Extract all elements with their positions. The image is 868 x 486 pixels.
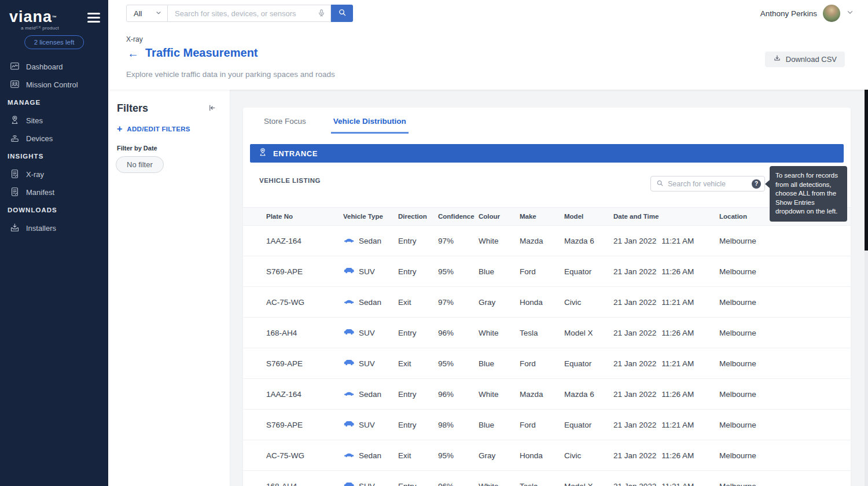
vehicle-search-box: ?: [650, 176, 765, 192]
date-text: 21 Jan 2022: [613, 421, 656, 429]
table-row[interactable]: 168-AH4 SUV Entry 96% White Tesla Model …: [243, 471, 851, 486]
microphone-icon[interactable]: [317, 9, 326, 20]
global-search-input[interactable]: [168, 5, 331, 22]
header-area: All Anthony Perkins X-ray ← Traffic Meas…: [108, 0, 868, 90]
plate-cell: AC-75-WG: [266, 451, 343, 460]
table-row[interactable]: S769-APE SUV Exit 95% Blue Ford Equator …: [243, 348, 851, 379]
sidebar-item-label: Dashboard: [26, 62, 63, 71]
make-cell: Tesla: [520, 482, 564, 486]
vehicle-type-label: Sedan: [359, 298, 381, 307]
table-row[interactable]: 168-AH4 SUV Entry 96% White Tesla Model …: [243, 318, 851, 348]
tooltip-text: To search for records from all detection…: [775, 172, 838, 215]
scrollbar-thumb[interactable]: [865, 90, 868, 251]
confidence-cell: 95%: [438, 267, 479, 276]
datetime-cell: 21 Jan 202211:21 AM: [613, 298, 719, 307]
search-scope-select[interactable]: All: [126, 5, 168, 22]
vehicle-type-label: SUV: [359, 421, 375, 429]
tab-store-focus[interactable]: Store Focus: [262, 117, 308, 134]
page-title: Traffic Measurement: [145, 46, 258, 60]
suv-icon: [343, 359, 355, 366]
sidebar-section-downloads: DOWNLOADS: [0, 201, 108, 219]
sidebar-item-installers[interactable]: Installers: [0, 219, 108, 237]
vehicle-search-input[interactable]: [668, 180, 752, 188]
date-text: 21 Jan 2022: [613, 267, 656, 276]
vehicle-type-label: SUV: [359, 267, 375, 276]
sidebar-item-mission-control[interactable]: Mission Control: [0, 76, 108, 94]
datetime-cell: 21 Jan 202211:26 AM: [613, 451, 719, 460]
user-name: Anthony Perkins: [760, 9, 817, 18]
user-menu[interactable]: Anthony Perkins: [760, 5, 854, 22]
make-cell: Ford: [520, 421, 564, 429]
plate-cell: S769-APE: [266, 421, 343, 429]
filters-panel: Filters + ADD/EDIT FILTERS Filter by Dat…: [108, 90, 230, 486]
column-header-model: Model: [564, 213, 613, 220]
location-cell: Melbourne: [719, 329, 851, 337]
confidence-cell: 96%: [438, 390, 479, 399]
date-text: 21 Jan 2022: [613, 359, 656, 368]
colour-cell: Gray: [479, 298, 520, 307]
make-cell: Ford: [520, 267, 564, 276]
search-button[interactable]: [331, 5, 353, 22]
chevron-down-icon: [846, 8, 854, 19]
add-edit-filters-button[interactable]: + ADD/EDIT FILTERS: [117, 125, 190, 133]
sidebar-item-dashboard[interactable]: Dashboard: [0, 58, 108, 76]
tabs: Store Focus Vehicle Distribution: [243, 108, 851, 134]
confidence-cell: 98%: [438, 421, 479, 429]
colour-cell: Blue: [479, 267, 520, 276]
chevron-down-icon: [155, 9, 162, 18]
confidence-cell: 95%: [438, 359, 479, 368]
sidebar-item-devices[interactable]: Devices: [0, 130, 108, 148]
collapse-panel-icon[interactable]: [208, 104, 216, 115]
vehicle-table-body: 1AAZ-164 Sedan Entry 97% White Mazda Maz…: [243, 226, 851, 486]
table-row[interactable]: 1AAZ-164 Sedan Entry 97% White Mazda Maz…: [243, 226, 851, 256]
download-icon: [773, 54, 781, 64]
time-text: 11:21 AM: [661, 421, 694, 429]
sidebar: viana™ a meldCX product 2 licenses left …: [0, 0, 108, 486]
help-icon[interactable]: ?: [752, 179, 761, 189]
vehicle-type-cell: SUV: [343, 421, 398, 429]
time-text: 11:26 AM: [661, 451, 694, 460]
model-cell: Civic: [564, 451, 613, 460]
direction-cell: Entry: [398, 421, 438, 429]
date-text: 21 Jan 2022: [613, 329, 656, 337]
sidebar-item-manifest[interactable]: Manifest: [0, 183, 108, 201]
sidebar-item-xray[interactable]: X-ray: [0, 165, 108, 183]
colour-cell: White: [479, 329, 520, 337]
direction-cell: Exit: [398, 451, 438, 460]
datetime-cell: 21 Jan 202211:21 AM: [613, 421, 719, 429]
back-arrow-icon[interactable]: ←: [127, 47, 139, 59]
sidebar-item-sites[interactable]: Sites: [0, 112, 108, 130]
time-text: 11:26 AM: [661, 329, 694, 337]
device-icon: [10, 133, 20, 145]
site-pin-icon: [258, 148, 267, 159]
vehicle-table-header-row: Plate NoVehicle TypeDirectionConfidenceC…: [243, 207, 851, 226]
column-header-vehicle-type: Vehicle Type: [343, 213, 398, 220]
tab-vehicle-distribution[interactable]: Vehicle Distribution: [331, 117, 409, 134]
plate-cell: S769-APE: [266, 359, 343, 368]
sedan-icon: [343, 237, 355, 244]
vehicle-type-label: Sedan: [359, 237, 381, 245]
vehicle-type-label: Sedan: [359, 451, 381, 460]
avatar: [823, 5, 840, 22]
model-cell: Equator: [564, 359, 613, 368]
vehicle-type-label: SUV: [359, 329, 375, 337]
download-csv-button[interactable]: Download CSV: [765, 51, 845, 67]
table-row[interactable]: AC-75-WG Sedan Exit 95% Gray Honda Civic…: [243, 440, 851, 471]
table-row[interactable]: 1AAZ-164 Sedan Entry 96% White Mazda Maz…: [243, 379, 851, 410]
sidebar-item-label: Installers: [26, 224, 56, 233]
table-row[interactable]: AC-75-WG Sedan Exit 97% Gray Honda Civic…: [243, 287, 851, 318]
vehicle-listing-title: VEHICLE LISTING: [259, 177, 321, 184]
location-cell: Melbourne: [719, 421, 851, 429]
plate-cell: 168-AH4: [266, 482, 343, 486]
table-row[interactable]: S769-APE SUV Entry 95% Blue Ford Equator…: [243, 256, 851, 287]
time-text: 11:26 AM: [661, 390, 694, 399]
sidebar-nav: Dashboard Mission Control MANAGE Sites D…: [0, 58, 108, 237]
page-subtitle: Explore vehicle traffic data in your par…: [126, 70, 335, 79]
sidebar-item-label: X-ray: [26, 170, 44, 179]
column-header-confidence: Confidence: [438, 213, 479, 220]
table-row[interactable]: S769-APE SUV Entry 98% Blue Ford Equator…: [243, 410, 851, 440]
hamburger-menu-icon[interactable]: [87, 13, 100, 23]
vehicle-type-cell: Sedan: [343, 237, 398, 245]
vehicle-icon-slot: [343, 421, 355, 429]
date-filter-chip[interactable]: No filter: [116, 156, 164, 173]
